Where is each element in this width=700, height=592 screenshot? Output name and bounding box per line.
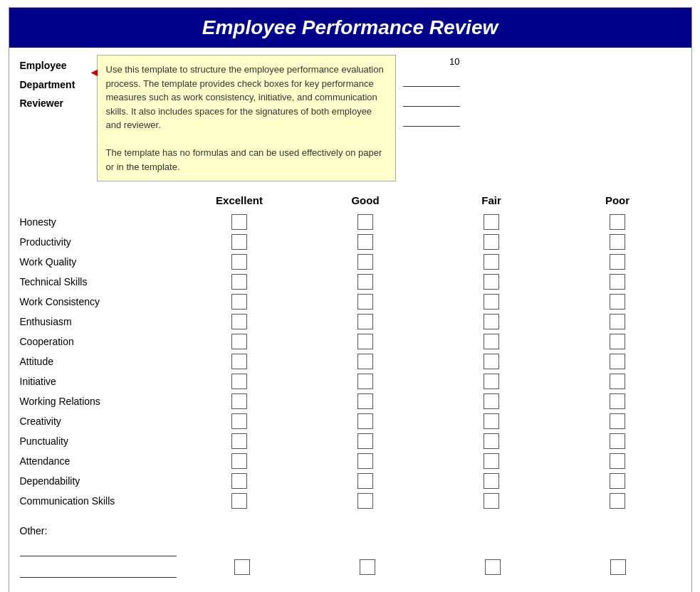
- checkbox-excellent-10[interactable]: [231, 413, 247, 429]
- tooltip-arrow: ◄: [89, 64, 100, 81]
- checkbox-excellent-8[interactable]: [231, 374, 247, 389]
- checkbox-poor-12[interactable]: [610, 453, 625, 469]
- checkbox-good-1[interactable]: [357, 234, 373, 250]
- checkbox-fair-0[interactable]: [484, 214, 499, 230]
- checkbox-cell-poor-4: [589, 294, 646, 310]
- checkbox-good-14[interactable]: [357, 493, 373, 509]
- checkbox-good-3[interactable]: [357, 274, 373, 290]
- checkbox-poor-1[interactable]: [610, 234, 625, 250]
- criteria-row: Creativity: [20, 411, 681, 431]
- checkbox-cell-fair-3: [463, 274, 520, 290]
- checkbox-fair-3[interactable]: [484, 274, 499, 290]
- checkbox-poor-6[interactable]: [610, 334, 625, 349]
- checkbox-cell-poor-1: [589, 234, 646, 250]
- other-label: Other:: [20, 525, 681, 536]
- date-line-3[interactable]: [403, 111, 460, 127]
- checkbox-cell-excellent-3: [211, 274, 268, 290]
- checkbox-poor-13[interactable]: [610, 473, 625, 489]
- criteria-row: Punctuality: [20, 431, 681, 451]
- checkbox-fair-9[interactable]: [484, 393, 499, 409]
- checkbox-good-8[interactable]: [357, 374, 373, 389]
- checkbox-good-2[interactable]: [357, 254, 373, 270]
- checkbox-good-6[interactable]: [357, 334, 373, 349]
- checkbox-fair-11[interactable]: [484, 433, 499, 449]
- criteria-label-14: Communication Skills: [20, 495, 177, 507]
- info-section: Employee Department Reviewer ◄ Use this …: [9, 48, 691, 185]
- checkbox-fair-4[interactable]: [484, 294, 499, 310]
- criteria-checkboxes-8: [177, 374, 681, 389]
- checkbox-cell-good-5: [337, 314, 394, 329]
- checkbox-poor-5[interactable]: [610, 314, 625, 329]
- other-checkbox-poor-box[interactable]: [610, 559, 626, 575]
- checkbox-fair-13[interactable]: [484, 473, 499, 489]
- checkbox-poor-9[interactable]: [610, 393, 625, 409]
- checkbox-cell-poor-13: [589, 473, 646, 489]
- checkbox-excellent-6[interactable]: [231, 334, 247, 349]
- checkbox-fair-10[interactable]: [484, 413, 499, 429]
- other-checkbox-excellent-box[interactable]: [234, 559, 250, 575]
- checkbox-cell-excellent-1: [211, 234, 268, 250]
- checkbox-cell-poor-2: [589, 254, 646, 270]
- criteria-label-6: Cooperation: [20, 336, 177, 347]
- checkbox-fair-7[interactable]: [484, 354, 499, 369]
- checkbox-good-4[interactable]: [357, 294, 373, 310]
- checkbox-good-7[interactable]: [357, 354, 373, 369]
- criteria-row: Work Consistency: [20, 292, 681, 312]
- checkbox-poor-3[interactable]: [610, 274, 625, 290]
- checkbox-excellent-5[interactable]: [231, 314, 247, 329]
- checkbox-excellent-13[interactable]: [231, 473, 247, 489]
- checkbox-poor-7[interactable]: [610, 354, 625, 369]
- checkbox-cell-excellent-7: [211, 354, 268, 369]
- checkbox-excellent-4[interactable]: [231, 294, 247, 310]
- checkbox-excellent-2[interactable]: [231, 254, 247, 270]
- date-line-1[interactable]: [403, 71, 460, 87]
- criteria-checkboxes-13: [177, 473, 681, 489]
- date-field-area: 10: [403, 55, 460, 127]
- checkbox-cell-good-10: [337, 413, 394, 429]
- criteria-label-4: Work Consistency: [20, 296, 177, 307]
- checkbox-fair-14[interactable]: [484, 493, 499, 509]
- checkbox-cell-good-1: [337, 234, 394, 250]
- checkbox-good-13[interactable]: [357, 473, 373, 489]
- checkbox-fair-1[interactable]: [484, 234, 499, 250]
- checkbox-good-11[interactable]: [357, 433, 373, 449]
- checkbox-cell-good-6: [337, 334, 394, 349]
- other-checkbox-fair-box[interactable]: [485, 559, 501, 575]
- checkbox-excellent-11[interactable]: [231, 433, 247, 449]
- checkbox-cell-fair-10: [463, 413, 520, 429]
- checkbox-poor-0[interactable]: [610, 214, 625, 230]
- checkbox-poor-14[interactable]: [610, 493, 625, 509]
- other-line-1[interactable]: [20, 542, 177, 556]
- checkbox-poor-2[interactable]: [610, 254, 625, 270]
- checkbox-excellent-3[interactable]: [231, 274, 247, 290]
- checkbox-good-9[interactable]: [357, 393, 373, 409]
- criteria-row: Work Quality: [20, 252, 681, 272]
- date-line-2[interactable]: [403, 91, 460, 107]
- checkbox-good-5[interactable]: [357, 314, 373, 329]
- checkbox-fair-5[interactable]: [484, 314, 499, 329]
- checkbox-good-0[interactable]: [357, 214, 373, 230]
- checkbox-excellent-1[interactable]: [231, 234, 247, 250]
- checkbox-fair-12[interactable]: [484, 453, 499, 469]
- checkbox-good-12[interactable]: [357, 453, 373, 469]
- other-checkbox-good-box[interactable]: [360, 559, 375, 575]
- checkbox-excellent-9[interactable]: [231, 393, 247, 409]
- checkbox-excellent-0[interactable]: [231, 214, 247, 230]
- criteria-label-0: Honesty: [20, 216, 177, 228]
- other-line-2[interactable]: [20, 564, 177, 578]
- checkbox-cell-poor-10: [589, 413, 646, 429]
- checkbox-fair-6[interactable]: [484, 334, 499, 349]
- criteria-label-3: Technical Skills: [20, 276, 177, 287]
- checkbox-fair-8[interactable]: [484, 374, 499, 389]
- checkbox-good-10[interactable]: [357, 413, 373, 429]
- checkbox-excellent-14[interactable]: [231, 493, 247, 509]
- checkbox-excellent-12[interactable]: [231, 453, 247, 469]
- checkbox-fair-2[interactable]: [484, 254, 499, 270]
- checkbox-poor-11[interactable]: [610, 433, 625, 449]
- checkbox-cell-fair-7: [463, 354, 520, 369]
- checkbox-poor-10[interactable]: [610, 413, 625, 429]
- checkbox-excellent-7[interactable]: [231, 354, 247, 369]
- checkbox-poor-8[interactable]: [610, 374, 625, 389]
- checkbox-poor-4[interactable]: [610, 294, 625, 310]
- checkbox-cell-poor-9: [589, 393, 646, 409]
